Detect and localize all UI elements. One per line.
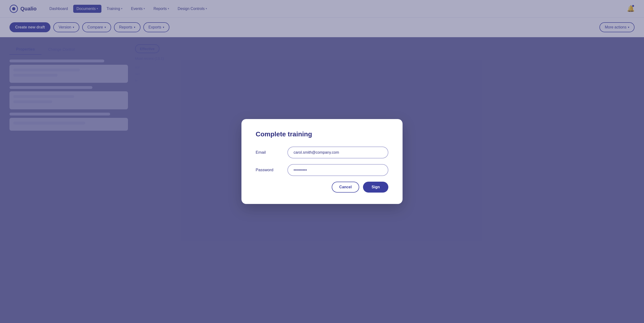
email-label: Email (256, 150, 282, 155)
modal-actions: Cancel Sign (256, 182, 388, 193)
password-row: Password (256, 164, 388, 176)
password-label: Password (256, 168, 282, 172)
cancel-button[interactable]: Cancel (332, 182, 359, 193)
complete-training-modal: Complete training Email Password Cancel … (242, 119, 402, 204)
password-field[interactable] (288, 164, 388, 176)
modal-overlay: Complete training Email Password Cancel … (0, 0, 644, 323)
sign-button[interactable]: Sign (363, 182, 388, 193)
email-row: Email (256, 147, 388, 158)
email-field[interactable] (288, 147, 388, 158)
modal-title: Complete training (256, 130, 388, 138)
